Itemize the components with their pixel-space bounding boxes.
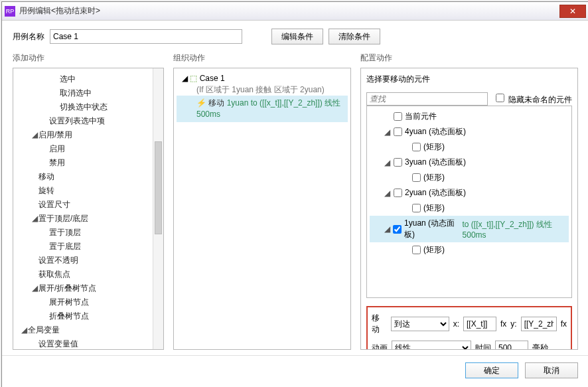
- hide-unnamed-checkbox[interactable]: [496, 94, 504, 102]
- fx-y-button[interactable]: fx: [561, 319, 567, 329]
- add-action-panel[interactable]: 选中取消选中切换选中状态设置列表选中项◢启用/禁用启用禁用移动旋转设置尺寸◢置于…: [13, 68, 164, 350]
- widget-checkbox[interactable]: [394, 189, 402, 197]
- action-tree-item[interactable]: 旋转: [16, 184, 161, 198]
- action-tree-item[interactable]: ◢展开/折叠树节点: [16, 281, 161, 295]
- case-name-row: 用例名称 编辑条件 清除条件: [2, 21, 588, 50]
- action-tree-item[interactable]: 设置列表选中项: [16, 114, 161, 128]
- case-icon: ⬚: [190, 74, 197, 83]
- widget-checkbox[interactable]: [394, 112, 402, 121]
- case-name-label: 用例名称: [13, 31, 44, 42]
- configure-action-panel: 选择要移动的元件 隐藏未命名的元件 当前元件◢ 4yuan (动态面板) (矩形…: [360, 68, 578, 350]
- widget-checkbox[interactable]: [393, 225, 402, 234]
- dialog-buttons: 确定 取消: [2, 355, 588, 387]
- organize-action-header: 组织动作: [173, 50, 351, 68]
- action-verb: 移动: [208, 98, 224, 108]
- widget-tree-item[interactable]: ◢ 2yuan (动态面板): [370, 185, 569, 200]
- x-input[interactable]: [463, 317, 496, 331]
- y-input[interactable]: [521, 317, 557, 331]
- add-action-column: 添加动作 选中取消选中切换选中状态设置列表选中项◢启用/禁用启用禁用移动旋转设置…: [13, 50, 164, 350]
- organize-action-column: 组织动作 ◢ ⬚ Case 1 (If 区域于 1yuan 接触 区域于 2yu…: [173, 50, 351, 350]
- edit-condition-button[interactable]: 编辑条件: [271, 29, 323, 44]
- scrollbar[interactable]: [153, 68, 163, 349]
- action-tree-item[interactable]: 置于顶层: [16, 226, 161, 240]
- action-tree-item[interactable]: ◢置于顶层/底层: [16, 212, 161, 226]
- action-tree-item[interactable]: 禁用: [16, 156, 161, 170]
- configure-action-column: 配置动作 选择要移动的元件 隐藏未命名的元件 当前元件◢ 4yuan (动态面板…: [360, 50, 578, 350]
- animation-label: 动画: [372, 343, 388, 350]
- action-tree-item[interactable]: 获取焦点: [16, 268, 161, 281]
- widget-checkbox[interactable]: [394, 127, 402, 136]
- widget-checkbox[interactable]: [412, 246, 421, 254]
- caret-icon: ◢: [182, 74, 188, 83]
- search-input[interactable]: [366, 92, 488, 106]
- move-settings-box: 移动 到达 x: fx y: fx 动画 线性 时间 毫秒: [366, 306, 572, 350]
- widget-checkbox[interactable]: [394, 158, 402, 167]
- action-tree-item[interactable]: 取消选中: [16, 86, 161, 100]
- widget-tree-item[interactable]: (矩形): [370, 242, 569, 258]
- case-action-row[interactable]: ⚡ 移动 1yuan to ([[x_t]],[[Y_2_zh]]) 线性 50…: [177, 96, 348, 122]
- action-tree-item[interactable]: 切换选中状态: [16, 100, 161, 114]
- titlebar: RP 用例编辑<拖动结束时> ✕: [2, 2, 588, 21]
- ok-button[interactable]: 确定: [465, 362, 518, 378]
- time-input[interactable]: [495, 341, 528, 350]
- case-name-input[interactable]: [50, 29, 242, 44]
- widget-checkbox[interactable]: [412, 204, 421, 212]
- organize-action-panel[interactable]: ◢ ⬚ Case 1 (If 区域于 1yuan 接触 区域于 2yuan) ⚡…: [173, 68, 351, 350]
- widget-tree-item[interactable]: 当前元件: [370, 109, 569, 124]
- action-tree-item[interactable]: 设置不透明: [16, 254, 161, 268]
- columns: 添加动作 选中取消选中切换选中状态设置列表选中项◢启用/禁用启用禁用移动旋转设置…: [2, 50, 588, 355]
- cancel-button[interactable]: 取消: [525, 362, 578, 378]
- move-mode-select[interactable]: 到达: [391, 317, 449, 331]
- widget-tree-item[interactable]: ◢ 4yuan (动态面板): [370, 124, 569, 139]
- widget-tree-item[interactable]: ◢ 3yuan (动态面板): [370, 155, 569, 170]
- app-icon: RP: [5, 6, 15, 17]
- case-row[interactable]: ◢ ⬚ Case 1: [177, 72, 348, 84]
- close-button[interactable]: ✕: [559, 5, 586, 18]
- lightning-icon: ⚡: [196, 98, 206, 108]
- action-tree-item[interactable]: 启用: [16, 142, 161, 156]
- action-tree-item[interactable]: 置于底层: [16, 240, 161, 254]
- window-title: 用例编辑<拖动结束时>: [19, 5, 559, 17]
- x-label: x:: [453, 319, 459, 329]
- widget-tree-item[interactable]: (矩形): [370, 200, 569, 216]
- time-label: 时间: [475, 343, 491, 350]
- clear-condition-button[interactable]: 清除条件: [329, 29, 380, 44]
- widget-tree-item[interactable]: ◢ 1yuan (动态面板) to ([[x_t]],[[Y_2_zh]]) 线…: [370, 216, 569, 242]
- action-tree-item[interactable]: 折叠树节点: [16, 309, 161, 323]
- action-tree-item[interactable]: 展开树节点: [16, 295, 161, 309]
- configure-action-header: 配置动作: [360, 50, 578, 68]
- action-tree-item[interactable]: ◢启用/禁用: [16, 128, 161, 142]
- action-tree-item[interactable]: 设置变量值: [16, 337, 161, 350]
- move-label: 移动: [372, 313, 387, 335]
- widget-tree-item[interactable]: (矩形): [370, 139, 569, 155]
- action-tree-item[interactable]: 选中: [16, 72, 161, 86]
- add-action-header: 添加动作: [13, 50, 164, 68]
- select-widgets-label: 选择要移动的元件: [366, 74, 572, 89]
- hide-unnamed-toggle[interactable]: 隐藏未命名的元件: [493, 92, 572, 106]
- widget-checkbox[interactable]: [412, 143, 421, 151]
- action-tree-item[interactable]: 设置尺寸: [16, 198, 161, 212]
- widget-tree[interactable]: 当前元件◢ 4yuan (动态面板) (矩形)◢ 3yuan (动态面板) (矩…: [366, 106, 572, 298]
- ms-label: 毫秒: [532, 343, 548, 350]
- widget-tree-item[interactable]: (矩形): [370, 170, 569, 185]
- case-condition: (If 区域于 1yuan 接触 区域于 2yuan): [177, 84, 348, 96]
- case-editor-window: RP 用例编辑<拖动结束时> ✕ 用例名称 编辑条件 清除条件 添加动作 选中取…: [1, 1, 588, 387]
- y-label: y:: [510, 319, 516, 329]
- fx-x-button[interactable]: fx: [500, 319, 506, 329]
- action-tree-item[interactable]: 移动: [16, 170, 161, 184]
- widget-checkbox[interactable]: [412, 173, 421, 182]
- animation-mode-select[interactable]: 线性: [392, 341, 471, 350]
- case-label: Case 1: [200, 74, 225, 83]
- action-tree-item[interactable]: ◢全局变量: [16, 323, 161, 337]
